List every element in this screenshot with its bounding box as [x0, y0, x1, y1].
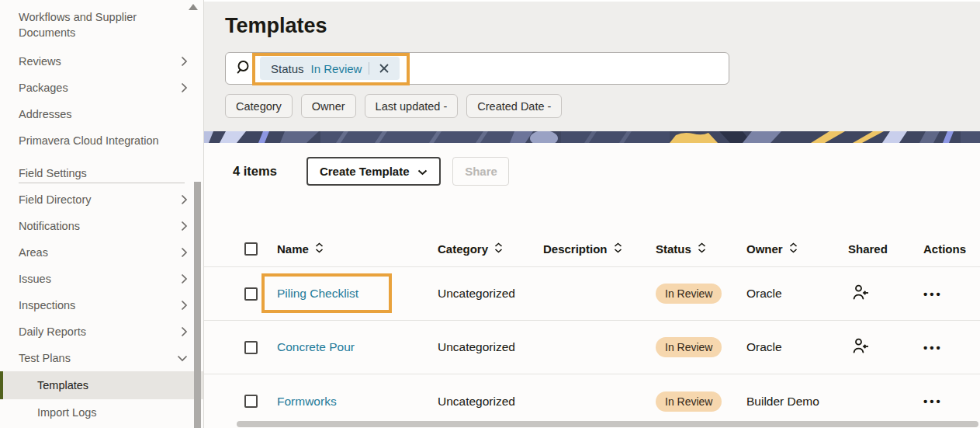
sidebar-item-label: Field Directory	[19, 193, 91, 206]
sidebar-item-label: Import Logs	[37, 406, 97, 419]
filter-button-owner[interactable]: Owner	[301, 94, 356, 118]
filter-bar: Category Owner Last updated - Created Da…	[225, 94, 562, 118]
sidebar-item-areas[interactable]: Areas	[0, 239, 203, 266]
sidebar-item-templates[interactable]: Templates	[0, 371, 203, 399]
sidebar-item-notifications[interactable]: Notifications	[0, 213, 203, 239]
table-panel: 4 items Create Template Share Name Categ…	[204, 143, 980, 428]
category-cell: Uncategorized	[438, 340, 543, 354]
sort-icon[interactable]	[614, 242, 622, 256]
template-name-link[interactable]: Piling Checklist	[277, 287, 358, 300]
sidebar-item-workflows-supplier-documents[interactable]: Workflows and Supplier Documents	[0, 6, 203, 48]
category-cell: Uncategorized	[438, 395, 543, 409]
chevron-right-icon	[181, 221, 188, 231]
sidebar-item-inspections[interactable]: Inspections	[0, 292, 203, 318]
create-template-label: Create Template	[320, 165, 410, 178]
main-content: Templates StatusIn Review Category Owner…	[204, 0, 980, 428]
sidebar-item-test-plans[interactable]: Test Plans	[0, 345, 203, 371]
sidebar-item-label: Test Plans	[19, 352, 71, 364]
sidebar-item-addresses[interactable]: Addresses	[0, 101, 203, 127]
chevron-right-icon	[181, 326, 188, 337]
column-header-shared: Shared	[848, 242, 916, 256]
select-all-checkbox[interactable]	[244, 242, 258, 256]
chevron-down-icon	[417, 165, 428, 178]
sort-icon[interactable]	[494, 242, 503, 256]
category-cell: Uncategorized	[438, 287, 543, 301]
column-header-name[interactable]: Name	[277, 242, 438, 256]
chevron-right-icon	[181, 300, 188, 311]
owner-cell: Oracle	[746, 340, 848, 354]
status-badge: In Review	[656, 337, 722, 357]
sidebar-item-reviews[interactable]: Reviews	[0, 48, 203, 75]
chip-divider	[369, 62, 369, 75]
sidebar-item-label: Notifications	[19, 220, 80, 232]
sidebar-item-label: Primavera Cloud Integration	[19, 134, 159, 147]
column-header-owner[interactable]: Owner	[746, 242, 848, 256]
sidebar-item-label: Inspections	[19, 299, 75, 311]
sort-icon[interactable]	[315, 242, 324, 256]
column-header-status[interactable]: Status	[656, 242, 746, 256]
template-name-link[interactable]: Formworks	[277, 395, 337, 408]
sidebar-item-import-logs[interactable]: Import Logs	[0, 399, 203, 426]
chevron-right-icon	[181, 82, 188, 93]
sidebar-item-label: Workflows and Supplier Documents	[19, 9, 188, 40]
app-root: Workflows and Supplier Documents Reviews…	[0, 0, 980, 428]
page-title: Templates	[225, 14, 327, 38]
sidebar-item-daily-reports[interactable]: Daily Reports	[0, 318, 203, 345]
row-checkbox[interactable]	[244, 287, 258, 301]
chevron-right-icon	[181, 273, 188, 284]
filter-button-category[interactable]: Category	[225, 94, 293, 118]
column-header-description[interactable]: Description	[543, 242, 656, 256]
sort-icon[interactable]	[698, 242, 706, 256]
owner-cell: Oracle	[746, 287, 848, 301]
shared-person-icon	[848, 284, 916, 304]
status-badge: In Review	[656, 284, 722, 304]
sidebar-item-primavera-cloud-integration[interactable]: Primavera Cloud Integration	[0, 127, 203, 154]
column-header-actions: Actions	[916, 242, 980, 256]
chevron-right-icon	[181, 56, 188, 67]
table-row: Concrete Pour Uncategorized In Review Or…	[204, 321, 980, 374]
status-badge: In Review	[656, 391, 722, 412]
filter-button-last-updated[interactable]: Last updated -	[365, 94, 459, 118]
sidebar-item-field-directory[interactable]: Field Directory	[0, 186, 203, 213]
search-icon	[236, 60, 251, 78]
shared-person-icon	[848, 338, 916, 357]
table-header-row: Name Category Description Status Owner	[204, 231, 980, 267]
sidebar-item-packages[interactable]: Packages	[0, 75, 203, 101]
chip-field-label: Status	[271, 62, 304, 75]
row-checkbox[interactable]	[244, 341, 258, 354]
page-header: Templates StatusIn Review Category Owner…	[204, 0, 980, 131]
decorative-banner	[204, 131, 980, 143]
row-actions-button[interactable]: •••	[916, 395, 980, 408]
share-button[interactable]: Share	[452, 157, 509, 186]
chevron-right-icon	[181, 194, 188, 205]
sidebar-item-label: Issues	[19, 273, 51, 285]
row-actions-button[interactable]: •••	[916, 287, 980, 301]
row-actions-button[interactable]: •••	[916, 341, 980, 354]
search-input[interactable]: StatusIn Review	[225, 52, 729, 85]
sidebar-item-label: Reviews	[19, 55, 61, 68]
sidebar-item-label: Addresses	[19, 108, 72, 120]
scroll-up-arrow-icon[interactable]	[189, 4, 198, 10]
item-count: 4 items	[233, 164, 277, 179]
table-row: Formworks Uncategorized In Review Builde…	[204, 374, 980, 428]
row-checkbox[interactable]	[244, 395, 258, 408]
sidebar-item-label: Templates	[37, 379, 88, 391]
sort-icon[interactable]	[789, 242, 798, 256]
sidebar: Workflows and Supplier Documents Reviews…	[0, 0, 204, 428]
close-icon[interactable]	[376, 61, 392, 76]
sidebar-item-issues[interactable]: Issues	[0, 266, 203, 292]
filter-chip-status[interactable]: StatusIn Review	[260, 57, 400, 80]
column-header-category[interactable]: Category	[438, 242, 543, 256]
chip-value-label: In Review	[311, 62, 362, 75]
sidebar-item-label: Areas	[19, 246, 48, 259]
template-name-link[interactable]: Concrete Pour	[277, 340, 355, 353]
section-label: Field Settings	[19, 167, 87, 179]
toolbar: 4 items Create Template Share	[233, 157, 509, 186]
create-template-button[interactable]: Create Template	[306, 157, 442, 186]
chevron-right-icon	[181, 247, 188, 258]
horizontal-scrollbar[interactable]	[237, 421, 978, 427]
sidebar-vertical-scrollbar[interactable]	[194, 182, 201, 428]
sidebar-section-field-settings: Field Settings	[19, 163, 185, 183]
table-row: Piling Checklist Uncategorized In Review…	[204, 267, 980, 321]
filter-button-created-date[interactable]: Created Date -	[466, 94, 562, 118]
